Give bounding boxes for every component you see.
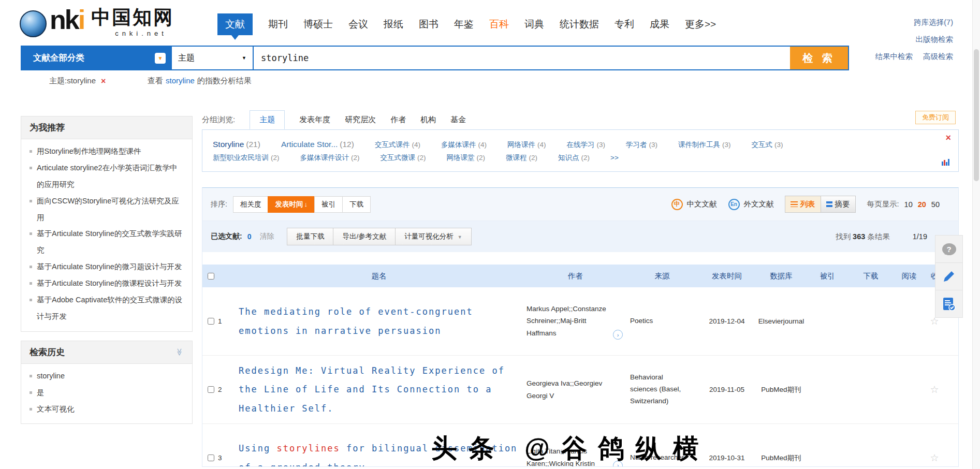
report-button[interactable]	[935, 290, 963, 318]
scrollbar-thumb[interactable]	[974, 49, 979, 181]
nav-tab-newspapers[interactable]: 报纸	[384, 18, 403, 31]
nav-tab-patents[interactable]: 专利	[615, 18, 634, 31]
nav-tab-achievements[interactable]: 成果	[650, 18, 669, 31]
keyword-link[interactable]: Articulate Stor...(12)	[281, 140, 354, 149]
help-button[interactable]: ?	[935, 235, 963, 263]
source-link[interactable]: Poetics	[630, 315, 653, 327]
recommend-link[interactable]: 面向CSCW的Storyline可视化方法研究及应用	[37, 193, 185, 226]
nav-tab-yearbooks[interactable]: 年鉴	[454, 18, 474, 31]
keyword-link[interactable]: 交互式微课(2)	[381, 153, 426, 163]
favorite-star-icon[interactable]: ☆	[930, 384, 939, 395]
nav-tab-literature[interactable]: 文献	[217, 13, 253, 35]
nav-tab-journals[interactable]: 期刊	[268, 18, 288, 31]
page-size-20[interactable]: 20	[918, 200, 926, 209]
recommend-link[interactable]: 用Storyline制作地理网络型课件	[37, 143, 141, 160]
free-subscribe-button[interactable]: 免费订阅	[915, 111, 956, 124]
favorite-star-icon[interactable]: ☆	[930, 452, 939, 463]
search-in-results-link[interactable]: 结果中检索	[875, 52, 913, 61]
row-checkbox[interactable]	[208, 318, 214, 325]
cnki-logo[interactable]: nki 中国知网 cnki.net	[20, 7, 174, 37]
bar-chart-icon[interactable]	[942, 158, 950, 168]
keyword-link[interactable]: 网络课堂(2)	[447, 153, 486, 163]
page-size-10[interactable]: 10	[904, 200, 913, 209]
nav-tab-encyclopedia[interactable]: 百科	[489, 18, 509, 31]
recommend-link[interactable]: 基于Articulate Storyline的交互式教学实践研究	[37, 226, 185, 259]
sort-cited-button[interactable]: 被引	[314, 196, 343, 213]
authors-link[interactable]: Markus Appel;;Constanze Schreiner;;Maj-B…	[526, 303, 610, 340]
recommend-link[interactable]: 基于Articulate Storyline的微习题设计与开发	[37, 259, 182, 275]
recommend-link[interactable]: Articulate storyline2在小学英语词汇教学中的应用研究	[37, 160, 185, 193]
sort-relevance-button[interactable]: 相关度	[233, 196, 269, 213]
authors-link[interactable]: Georgieva Iva;;Georgiev Georgi V	[526, 377, 610, 402]
list-item: 基于Articulate Storyline的交互式教学实践研究	[30, 226, 185, 259]
advanced-search-link[interactable]: 高级检索	[923, 52, 953, 61]
keyword-link[interactable]: 新型职业农民培训(2)	[213, 153, 280, 163]
keyword-link[interactable]: 在线学习(3)	[566, 140, 605, 150]
nav-tab-theses[interactable]: 博硕士	[303, 18, 333, 31]
bibliometric-analysis-button[interactable]: 计量可视化分析▼	[395, 228, 471, 245]
row-checkbox[interactable]	[208, 455, 214, 461]
search-button[interactable]: 检 索	[790, 47, 848, 69]
col-header-download: 下载	[847, 271, 894, 281]
category-dropdown-button[interactable]: 文献全部分类 ▼	[22, 47, 172, 69]
group-tab-topic[interactable]: 主题	[250, 110, 285, 129]
history-link[interactable]: 文本可视化	[37, 401, 75, 418]
remove-filter-icon[interactable]: ×	[101, 77, 106, 86]
group-tab-fund[interactable]: 基金	[450, 111, 466, 129]
foreign-literature-toggle[interactable]: En 外文文献	[728, 199, 774, 210]
cross-db-select-link[interactable]: 跨库选择(7)	[914, 18, 953, 26]
export-references-button[interactable]: 导出/参考文献	[333, 228, 396, 245]
collapse-chevron-icon[interactable]: ≫	[176, 348, 184, 356]
view-list-button[interactable]: 列表	[785, 196, 821, 213]
bullet-icon	[30, 375, 32, 377]
view-abstract-button[interactable]: 摘要	[821, 196, 856, 213]
search-input[interactable]	[254, 47, 790, 69]
keyword-link[interactable]: 多媒体课件设计(2)	[300, 153, 360, 163]
publication-search-link[interactable]: 出版物检索	[916, 35, 954, 43]
keyword-link[interactable]: 课件制作工具(3)	[678, 140, 731, 150]
nav-tab-statistics[interactable]: 统计数据	[560, 18, 599, 31]
keyword-link[interactable]: 多媒体课件(4)	[441, 140, 487, 150]
bullet-icon	[30, 391, 32, 394]
chinese-literature-toggle[interactable]: 中 中文文献	[671, 199, 717, 210]
result-title-link[interactable]: The mediating role of event-congruent em…	[239, 302, 522, 340]
select-all-checkbox[interactable]	[208, 273, 214, 280]
nav-tab-books[interactable]: 图书	[419, 18, 438, 31]
page-size-selector: 每页显示: 10 20 50	[867, 199, 940, 209]
keyword-link[interactable]: 学习者(3)	[626, 140, 657, 150]
active-filter-tag: 主题:storyline ×	[49, 76, 106, 86]
source-link[interactable]: Behavioral sciences (Basel, Switzerland)	[630, 372, 692, 407]
page-size-50[interactable]: 50	[931, 200, 940, 209]
keyword-link[interactable]: 网络课件(4)	[507, 140, 546, 150]
keyword-link[interactable]: 微课程(2)	[506, 153, 537, 163]
group-tab-institution[interactable]: 机构	[420, 111, 436, 129]
keyword-link[interactable]: Storyline(21)	[213, 140, 260, 149]
history-link[interactable]: 是	[37, 385, 45, 401]
result-title-link[interactable]: Redesign Me: Virtual Reality Experience …	[239, 361, 522, 418]
keyword-link[interactable]: 交互式课件(4)	[375, 140, 420, 150]
recommend-link[interactable]: 基于Articulate Storyline的微课程设计与开发	[37, 275, 182, 292]
nav-tab-dictionary[interactable]: 词典	[524, 18, 544, 31]
nav-tab-conferences[interactable]: 会议	[348, 18, 368, 31]
group-tab-research-level[interactable]: 研究层次	[345, 111, 376, 129]
expand-authors-icon[interactable]: ›	[613, 330, 623, 340]
row-number: 1	[218, 317, 222, 325]
search-field-select[interactable]: 主题 ▼	[172, 47, 254, 69]
batch-download-button[interactable]: 批量下载	[287, 228, 333, 245]
recommend-link[interactable]: 基于Adobe Captivate软件的交互式微课的设计与开发	[37, 292, 185, 325]
clear-selection-link[interactable]: 清除	[259, 232, 274, 241]
keyword-link[interactable]: 知识点(2)	[558, 153, 590, 163]
group-tab-author[interactable]: 作者	[390, 111, 406, 129]
row-checkbox[interactable]	[208, 386, 214, 393]
close-icon[interactable]: ×	[945, 133, 951, 143]
index-analysis-link[interactable]: storyline	[166, 76, 195, 85]
feedback-button[interactable]	[935, 262, 963, 290]
sort-publish-time-button[interactable]: 发表时间↓	[268, 196, 315, 213]
sort-download-button[interactable]: 下载	[342, 196, 371, 213]
history-link[interactable]: storyline	[37, 368, 65, 385]
group-tab-year[interactable]: 发表年度	[299, 111, 330, 129]
keyword-more-link[interactable]: >>	[610, 154, 619, 162]
nav-tab-more[interactable]: 更多>>	[685, 18, 716, 31]
page-scrollbar[interactable]	[972, 0, 980, 469]
keyword-link[interactable]: 交互式(3)	[751, 140, 783, 150]
